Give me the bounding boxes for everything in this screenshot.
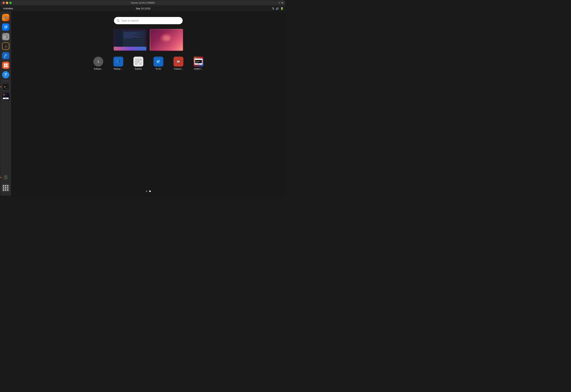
terminal-running-indicator — [0, 86, 1, 87]
dock-app-rhythmbox[interactable]: ♪ — [2, 42, 10, 50]
svg-rect-30 — [117, 60, 119, 60]
svg-rect-18 — [6, 65, 7, 67]
firefox-icon — [2, 14, 9, 21]
dock-app-appstore[interactable] — [2, 61, 10, 69]
window-frame: Ubuntu 22.04.2 ARM64 ▽ ⚙ Activities Sep … — [0, 0, 286, 196]
todo-label: To Do — [156, 68, 161, 70]
svg-point-21 — [117, 20, 119, 21]
intellij-label: IntelliJ I... — [194, 68, 203, 70]
svg-rect-15 — [4, 63, 6, 65]
todo-icon — [153, 57, 163, 67]
intellij-app-icon: IJ — [193, 57, 204, 67]
window-thumbnail-ide[interactable] — [113, 29, 147, 51]
thunderbird-icon — [2, 23, 9, 31]
trash-indicator — [0, 177, 1, 178]
thumbnail-content — [123, 31, 145, 49]
minimize-button[interactable] — [6, 2, 8, 4]
svg-rect-13 — [4, 56, 6, 56]
page-dot-1[interactable] — [146, 190, 147, 192]
dock-app-help[interactable]: ? — [2, 71, 10, 79]
dock-app-trash[interactable]: ♻ — [2, 173, 10, 181]
svg-rect-11 — [4, 54, 7, 55]
dock-app-firefox[interactable] — [2, 14, 10, 22]
trash-icon: ♻ — [2, 174, 9, 181]
titlebar: Ubuntu 22.04.2 ARM64 ▽ ⚙ — [0, 0, 285, 6]
datetime-display: Sep 13 13:51 — [136, 7, 150, 10]
sudoku-icon: 7 1 4 2 6 9 1 — [133, 57, 143, 67]
svg-rect-17 — [4, 65, 6, 67]
intellij-dock-icon: IJ IJ — [2, 93, 9, 100]
battery-icon: 🔋 — [280, 7, 283, 10]
dropdown-icon: ▽ — [278, 1, 280, 4]
svg-rect-16 — [6, 63, 7, 65]
thumbnail-sidebar — [116, 31, 123, 49]
gnome-topbar: Activities Sep 13 13:51 ⇅ 🔊 🔋 — [0, 6, 285, 11]
svg-point-25 — [163, 36, 170, 41]
svg-rect-33 — [117, 63, 119, 63]
svg-line-22 — [119, 21, 119, 22]
window-controls — [2, 2, 12, 4]
svg-rect-32 — [117, 62, 119, 62]
jellyfish-illustration — [157, 31, 176, 49]
svg-text:♻: ♻ — [5, 177, 6, 179]
app-grid: Softwar... — [90, 57, 206, 70]
dock-app-thunderbird[interactable] — [2, 23, 10, 31]
activities-overlay: Type to search — [11, 11, 285, 196]
app-item-sudoku[interactable]: 7 1 4 2 6 9 1 Sudoku — [130, 57, 146, 70]
startup-app-icon — [113, 57, 123, 67]
dock-app-writer[interactable]: W — [2, 52, 10, 60]
page-dot-2[interactable] — [149, 190, 151, 192]
dock-separator — [3, 81, 9, 81]
volume-icon: 🔊 — [276, 7, 279, 10]
startup-label: Startup ... — [114, 68, 123, 70]
help-icon: ? — [2, 71, 9, 78]
grid-dots-icon — [3, 185, 9, 191]
dock-app-intellij[interactable]: IJ IJ — [2, 92, 10, 100]
transmission-label: Transmi... — [174, 68, 183, 70]
svg-rect-9 — [3, 35, 5, 36]
dock-app-files[interactable] — [2, 33, 10, 41]
transmission-icon — [174, 57, 183, 67]
svg-point-6 — [5, 26, 6, 28]
sudoku-label: Sudoku — [135, 68, 142, 70]
app-item-transmission[interactable]: Transmi... — [170, 57, 187, 70]
activities-button[interactable]: Activities — [2, 7, 14, 10]
titlebar-right-icons: ▽ ⚙ — [278, 1, 283, 4]
search-placeholder: Type to search — [121, 19, 180, 22]
close-button[interactable] — [2, 2, 5, 4]
thumbnail-ide-inner — [116, 31, 145, 49]
network-icon: ⇅ — [272, 7, 274, 10]
app-item-intellij[interactable]: IJ IntelliJ I... — [190, 57, 206, 70]
svg-rect-34 — [117, 63, 120, 64]
main-area: ♪ W — [0, 11, 285, 196]
window-thumbnails-row — [113, 29, 183, 51]
window-thumbnail-wallpaper[interactable] — [150, 29, 183, 51]
svg-rect-31 — [117, 61, 119, 61]
search-bar[interactable]: Type to search — [114, 17, 183, 24]
maximize-button[interactable] — [9, 2, 12, 4]
rhythmbox-icon: ♪ — [2, 42, 9, 50]
search-container: Type to search — [114, 17, 183, 24]
svg-text:W: W — [4, 56, 6, 58]
software-update-label: Softwar... — [94, 68, 103, 70]
sudoku-grid-display: 7 1 4 2 6 9 1 — [135, 58, 142, 65]
show-all-apps-button[interactable] — [2, 184, 10, 192]
app-item-startup[interactable]: Startup ... — [110, 57, 126, 70]
thumbnail-ide-bottom-bar — [114, 47, 146, 51]
window-title: Ubuntu 22.04.2 ARM64 — [131, 1, 155, 4]
terminal-icon: >_ — [2, 83, 9, 90]
dock-app-terminal[interactable]: >_ — [2, 83, 10, 91]
topbar-status-icons: ⇅ 🔊 🔋 — [272, 7, 283, 10]
page-dots-indicator — [146, 190, 151, 192]
appstore-icon — [2, 62, 9, 69]
app-item-todo[interactable]: To Do — [150, 57, 166, 70]
dock: ♪ W — [0, 11, 11, 196]
settings-icon[interactable]: ⚙ — [281, 1, 283, 4]
files-icon — [2, 33, 9, 40]
app-item-software-update[interactable]: Softwar... — [90, 57, 106, 70]
svg-point-3 — [5, 17, 6, 18]
search-icon — [117, 19, 120, 22]
svg-rect-12 — [4, 55, 7, 56]
writer-icon: W — [2, 52, 9, 59]
software-update-icon — [93, 57, 103, 67]
